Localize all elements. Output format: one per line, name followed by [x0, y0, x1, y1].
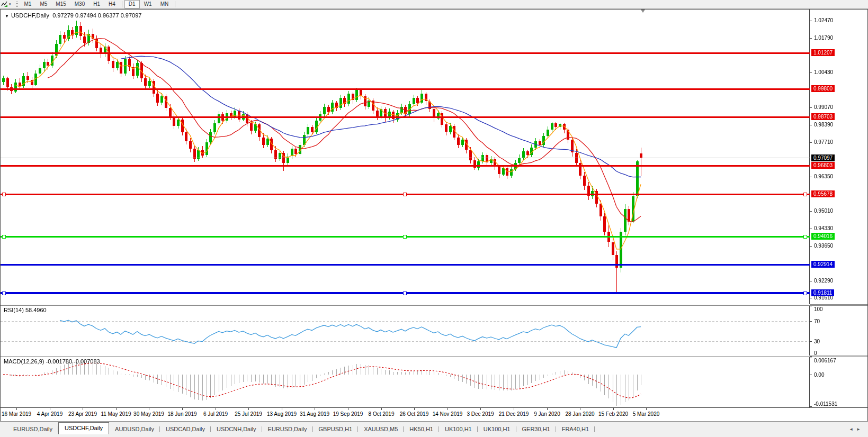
current-price-label: 0.97097 — [811, 154, 835, 161]
rsi-tick-label: 70 — [814, 318, 820, 324]
line-handle[interactable] — [403, 235, 407, 239]
tab-usdcnh-daily[interactable]: USDCNH,Daily — [211, 424, 262, 434]
timeframe-button-mn[interactable]: MN — [156, 0, 173, 8]
hline-0.92914[interactable] — [1, 264, 810, 266]
price-tick-mark — [810, 211, 812, 212]
macd-tick-label: -0.011531 — [814, 401, 837, 407]
toolbar-grip-handle[interactable] — [16, 2, 18, 7]
macd-tick-label: 0.006167 — [814, 358, 836, 363]
line-handle[interactable] — [2, 235, 6, 239]
time-tick-mark — [149, 408, 149, 410]
time-axis[interactable]: 16 Mar 20194 Apr 201923 Apr 201911 May 2… — [1, 407, 867, 421]
rsi-tick-mark — [810, 341, 812, 342]
timeframe-button-m5[interactable]: M5 — [35, 0, 51, 8]
price-tick-mark — [810, 107, 812, 108]
time-tick-mark — [348, 408, 348, 410]
time-tick-mark — [315, 408, 315, 410]
timeframe-button-h1[interactable]: H1 — [89, 0, 104, 8]
date-label: 21 Dec 2019 — [499, 411, 529, 417]
time-tick-mark — [16, 408, 17, 410]
timeframe-button-h4[interactable]: H4 — [104, 0, 120, 8]
tab-scroll-arrows[interactable]: ◄► — [849, 427, 864, 432]
tab-uk100-h1[interactable]: UK100,H1 — [478, 424, 516, 434]
time-tick-mark — [580, 408, 580, 410]
date-label: 8 Oct 2019 — [369, 411, 395, 417]
price-tick-mark — [810, 21, 812, 21]
tab-eurusd-daily[interactable]: EURUSD,Daily — [7, 424, 58, 434]
price-tick-mark — [810, 142, 812, 143]
time-tick-mark — [414, 408, 415, 410]
timeframe-button-m1[interactable]: M1 — [20, 0, 36, 8]
tab-fra40-h1[interactable]: FRA40,H1 — [556, 424, 595, 434]
date-label: 11 May 2019 — [101, 411, 131, 417]
tab-gbpusd-h1[interactable]: GBPUSD,H1 — [313, 424, 359, 434]
tab-hk50-h1[interactable]: HK50,H1 — [404, 424, 439, 434]
tab-usdcad-daily[interactable]: USDCAD,Daily — [160, 424, 211, 434]
rsi-tick-label: 100 — [814, 306, 823, 312]
line-handle[interactable] — [803, 292, 807, 295]
timeframe-button-m30[interactable]: M30 — [70, 0, 89, 8]
timeframe-button-group: M1M5M15M30H1H4D1W1MN — [20, 0, 178, 8]
line-handle[interactable] — [403, 292, 407, 295]
tab-scroll-right-icon[interactable]: ► — [856, 427, 864, 432]
hline-0.98703[interactable] — [1, 116, 810, 118]
line-handle[interactable] — [803, 235, 807, 239]
tab-uk100-h1[interactable]: UK100,H1 — [439, 424, 478, 434]
price-tick-mark — [810, 72, 812, 73]
timeframe-button-w1[interactable]: W1 — [140, 0, 156, 8]
timeframe-button-d1[interactable]: D1 — [124, 0, 140, 8]
time-tick-mark — [381, 408, 382, 410]
macd-tick-mark — [810, 406, 812, 407]
chart-cursor-icon — [1, 1, 8, 7]
hline-1.01207[interactable] — [1, 52, 810, 54]
rsi-chart-canvas[interactable] — [1, 306, 810, 356]
tab-ger30-h1[interactable]: GER30,H1 — [516, 424, 556, 434]
status-strip — [0, 434, 868, 437]
price-tick-label: 0.96350 — [814, 174, 833, 179]
macd-chart-canvas[interactable] — [1, 357, 810, 407]
line-handle[interactable] — [2, 292, 6, 295]
rsi-tick-mark — [810, 356, 812, 357]
tab-xauusd-m5[interactable]: XAUUSD,M5 — [358, 424, 404, 434]
chart-shift-marker[interactable] — [641, 10, 645, 13]
macd-panel: MACD(12,26,9) -0.001780 -0.007083 0.0061… — [1, 357, 867, 407]
price-label-0.91811: 0.91811 — [811, 289, 834, 296]
price-tick-label: 1.00430 — [814, 69, 833, 75]
time-tick-mark — [216, 408, 216, 410]
toolbar-separator — [122, 1, 122, 7]
timeframe-button-m15[interactable]: M15 — [51, 0, 70, 8]
date-label: 6 Jul 2019 — [203, 411, 228, 417]
tab-audusd-daily[interactable]: AUDUSD,Daily — [109, 424, 160, 434]
price-tick-mark — [810, 38, 812, 39]
line-handle[interactable] — [803, 193, 807, 196]
macd-tick-mark — [810, 375, 812, 375]
chart-tab-bar: EURUSD,DailyUSDCHF,DailyAUDUSD,DailyUSDC… — [0, 421, 868, 434]
line-handle[interactable] — [403, 193, 407, 196]
price-label-0.98703: 0.98703 — [811, 113, 835, 120]
tab-eurusd-daily[interactable]: EURUSD,Daily — [262, 424, 313, 434]
date-label: 26 Oct 2019 — [400, 411, 428, 417]
tab-divider — [594, 426, 595, 432]
tab-usdchf-daily[interactable]: USDCHF,Daily — [58, 422, 109, 434]
terminal-window: ▾ M1M5M15M30H1H4D1W1MN ▼USDCHF,Daily 0.9… — [0, 0, 868, 437]
current-price-line — [1, 158, 810, 158]
price-tick-mark — [810, 298, 812, 298]
price-tick-label: 0.92290 — [814, 278, 833, 284]
date-label: 19 Sep 2019 — [333, 411, 363, 417]
date-label: 4 Apr 2019 — [37, 411, 62, 417]
hline-0.96803[interactable] — [1, 165, 810, 167]
chart-type-dropdown[interactable]: ▾ — [1, 1, 11, 7]
date-label: 5 Mar 2020 — [633, 411, 660, 417]
tab-scroll-left-icon[interactable]: ◄ — [849, 427, 856, 432]
date-label: 15 Feb 2020 — [598, 411, 628, 417]
time-tick-mark — [448, 408, 448, 410]
price-label-0.96803: 0.96803 — [811, 162, 835, 169]
price-tick-mark — [810, 246, 812, 247]
collapse-icon[interactable]: ▼ — [5, 14, 9, 19]
hline-0.99800[interactable] — [1, 88, 810, 90]
price-tick-label: 0.93650 — [814, 243, 833, 249]
chart-window: ▼USDCHF,Daily 0.97279 0.97494 0.96377 0.… — [0, 9, 868, 421]
line-handle[interactable] — [2, 193, 6, 196]
macd-indicator-label: MACD(12,26,9) -0.001780 -0.007083 — [4, 358, 100, 365]
date-label: 25 Jul 2019 — [235, 411, 262, 417]
